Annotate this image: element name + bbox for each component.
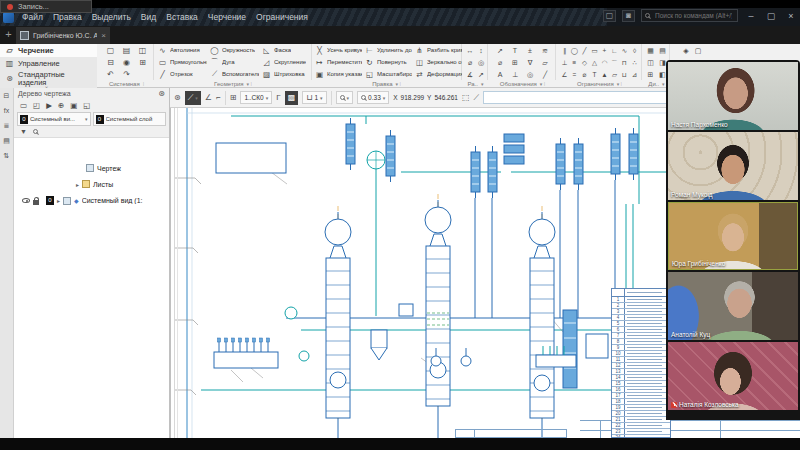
participant-tile[interactable]: Роман Мукоід	[668, 132, 798, 200]
snap-angle-icon[interactable]: ∠	[205, 93, 212, 102]
participant-tile[interactable]: Анатолій Куц	[668, 272, 798, 340]
command-search-input[interactable]	[653, 11, 734, 20]
grid-icon[interactable]: ⊞	[230, 93, 237, 102]
chevron-down-icon[interactable]: ▾	[481, 81, 484, 87]
new-document-icon[interactable]: ▢	[103, 45, 119, 57]
wavy-line-icon[interactable]: ≋	[538, 45, 553, 57]
filter-icon[interactable]: ▼	[20, 128, 27, 135]
variables-icon[interactable]: fx	[4, 107, 9, 115]
lozenge-icon[interactable]: ◊	[630, 45, 640, 57]
linear-dimension-icon[interactable]: ↔	[465, 45, 476, 57]
copy-by-point-tool[interactable]: ▣ Копия указанием	[312, 68, 362, 80]
open-icon[interactable]: ▤	[119, 45, 135, 57]
table-icon[interactable]: ⊞	[508, 57, 523, 69]
detailing-icon[interactable]: ▤	[657, 45, 669, 57]
deform-move-tool[interactable]: ⇄ Деформация перемещением	[412, 68, 462, 80]
copy-properties-icon[interactable]: ⬚	[462, 93, 470, 102]
chevron-down-icon[interactable]: ▾	[662, 81, 665, 87]
corner-icon[interactable]: Γ	[276, 93, 280, 102]
new-tab-button[interactable]: +	[2, 28, 15, 41]
detailing-icon[interactable]: ▦	[645, 45, 657, 57]
interface-mode-icon[interactable]: ▢	[603, 10, 616, 22]
text-icon[interactable]: Т	[508, 45, 523, 57]
preview-icon[interactable]: ◉	[119, 57, 135, 69]
point-constraint-icon[interactable]: +	[600, 45, 610, 57]
menu-item[interactable]: Черчение	[208, 12, 246, 22]
tree-node-system-view[interactable]: 0 ▸ ◆ Системный вид (1:	[22, 196, 169, 205]
roughness-icon[interactable]: ∇	[523, 57, 538, 69]
diameter-sign-icon[interactable]: ⌀	[493, 57, 508, 69]
current-view-combo[interactable]: 0 Системный ви... ▾	[17, 112, 91, 126]
coordinate-system-combo[interactable]: 1..СК0▾	[240, 91, 272, 104]
participant-tile[interactable]: Наталія Козловська	[668, 342, 798, 410]
save-as-icon[interactable]: ⊞	[135, 57, 151, 69]
tangent-constraint-icon[interactable]: ◯	[570, 45, 580, 57]
menu-item[interactable]: Ограничения	[256, 12, 308, 22]
participant-tile[interactable]: Настя Пархоменко	[668, 62, 798, 130]
menu-item[interactable]: Правка	[53, 12, 82, 22]
eyedropper-icon[interactable]: ⟋	[474, 93, 480, 103]
save-icon[interactable]: ◫	[135, 45, 151, 57]
snap-toggle-button[interactable]: ▩	[285, 91, 299, 105]
layer-combo[interactable]: ⊔1▾	[302, 91, 326, 104]
zoom-level-combo[interactable]: 0.33▾	[357, 91, 389, 104]
expander-icon[interactable]: ▸	[76, 181, 79, 188]
chevron-down-icon[interactable]: ▾ ⁞	[247, 81, 252, 87]
center-mark-icon[interactable]: ◎	[476, 57, 487, 69]
coincident-constraint-icon[interactable]: ≡	[570, 57, 580, 69]
leader-icon[interactable]: ↗	[493, 45, 508, 57]
command-search[interactable]	[641, 9, 738, 22]
chevron-down-icon[interactable]: ▾ ⁞	[617, 81, 622, 87]
diameter-dimension-icon[interactable]: ⌀	[465, 57, 476, 69]
view-icon[interactable]: ▢	[692, 45, 704, 57]
image-icon[interactable]: ▣	[70, 100, 77, 112]
tolerance-icon[interactable]: ±	[523, 45, 538, 57]
collapse-all-icon[interactable]: ▭	[20, 100, 27, 112]
vertical-dimension-icon[interactable]: ↕	[476, 45, 487, 57]
chamfer-tool[interactable]: ◺ Фаска	[259, 44, 311, 56]
parameters-icon[interactable]: ▤	[3, 137, 10, 145]
panel-splitter[interactable]	[174, 108, 175, 438]
split-curve-tool[interactable]: ⋔ Разбить кривую	[412, 44, 462, 56]
extend-tool[interactable]: ⊢ Удлинить до ближайшего о..	[362, 44, 412, 56]
menu-item[interactable]: Выделить	[92, 12, 131, 22]
construction-line-tool[interactable]: ⟋ Вспомогатель.. прямая	[207, 68, 259, 80]
panel-gear-icon[interactable]: ⊛	[158, 89, 165, 98]
right-angle-icon[interactable]: ∟	[610, 45, 620, 57]
tab-management[interactable]: ▥ Управление	[0, 57, 97, 70]
drawing-tree-icon[interactable]: ⊟	[4, 92, 10, 100]
style-pen-button[interactable]: ⟋▾	[185, 91, 201, 105]
expander-icon[interactable]: ▸	[57, 197, 60, 204]
tree-node-drawing[interactable]: Чертеж	[86, 164, 121, 172]
lock-icon[interactable]	[33, 200, 39, 205]
points-icon[interactable]: ∴	[630, 57, 640, 69]
print-icon[interactable]: ⊟	[103, 57, 119, 69]
segment-tool[interactable]: ╱ Отрезок	[155, 68, 207, 80]
menu-item[interactable]: Вид	[141, 12, 156, 22]
view-designation-icon[interactable]: ▱	[538, 57, 553, 69]
collinear-constraint-icon[interactable]: ╱	[580, 45, 590, 57]
settings-gear-icon[interactable]: ⊛	[174, 93, 181, 102]
arc-icon[interactable]: ⌒	[610, 57, 620, 69]
visibility-eye-icon[interactable]	[22, 198, 30, 203]
perpendicular-constraint-icon[interactable]: ⊥	[560, 57, 570, 69]
layout-icon[interactable]: ◰	[33, 100, 40, 112]
tab-drawing[interactable]: ▱ Черчение	[0, 44, 97, 57]
reorder-icon[interactable]: ⇅	[4, 152, 10, 160]
fillet-tool[interactable]: ◿ Скругление	[259, 56, 311, 68]
recording-indicator[interactable]: Запись...	[0, 0, 92, 13]
refresh-icon[interactable]: ◱	[83, 100, 90, 112]
zoom-tool-combo[interactable]: ▾	[336, 91, 354, 104]
chevron-down-icon[interactable]: ▾ ⁞	[395, 81, 400, 87]
arc-constraint-icon[interactable]: ◠	[600, 57, 610, 69]
tab-close-icon[interactable]: ×	[101, 31, 106, 40]
mirror-tool[interactable]: ◫ Зеркально отразить	[412, 56, 462, 68]
document-tab[interactable]: Грибініченко Ю.С. А... ×	[16, 27, 110, 44]
menu-item[interactable]: Вставка	[166, 12, 198, 22]
circle-tool[interactable]: ◯ Окружность	[207, 44, 259, 56]
chevron-down-icon[interactable]: ▾ ⁞	[540, 81, 545, 87]
maximize-button[interactable]: ▢	[764, 11, 778, 21]
fix-constraint-icon[interactable]: ▭	[590, 45, 600, 57]
search-icon[interactable]	[33, 129, 38, 134]
spline-icon[interactable]: ∿	[620, 45, 630, 57]
